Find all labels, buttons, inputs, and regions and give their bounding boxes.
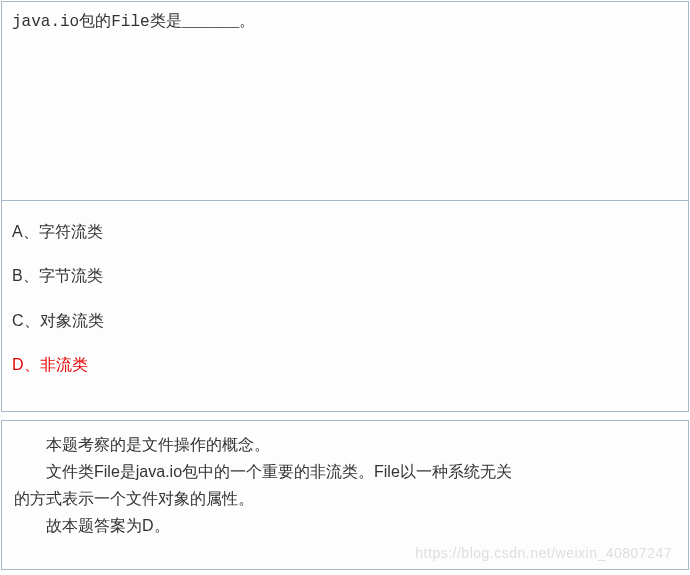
option-d[interactable]: D、非流类 [12,354,678,376]
explanation-line-2a: 文件类File是java.io包中的一个重要的非流类。File以一种系统无关 [14,458,676,485]
option-c[interactable]: C、对象流类 [12,310,678,332]
explanation-panel: 本题考察的是文件操作的概念。 文件类File是java.io包中的一个重要的非流… [1,420,689,571]
explanation-line-2b: 的方式表示一个文件对象的属性。 [14,485,676,512]
option-a[interactable]: A、字符流类 [12,221,678,243]
explanation-line-1: 本题考察的是文件操作的概念。 [14,431,676,458]
question-text: java.io包的File类是______。 [12,10,678,34]
option-b[interactable]: B、字节流类 [12,265,678,287]
explanation-line-3: 故本题答案为D。 [14,512,676,539]
options-panel: A、字符流类 B、字节流类 C、对象流类 D、非流类 [1,201,689,412]
question-panel: java.io包的File类是______。 [1,1,689,201]
